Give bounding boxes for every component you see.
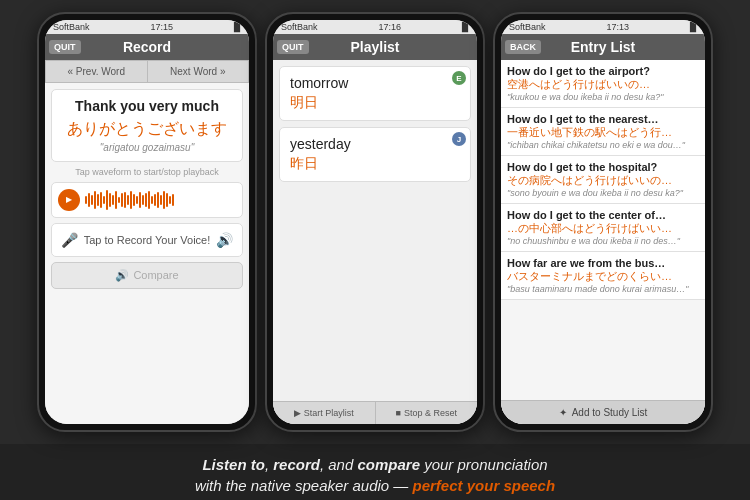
speaker-compare-icon: 🔊: [115, 269, 129, 282]
entry-english-3: How do I get to the center of…: [507, 209, 699, 221]
compare-button[interactable]: 🔊 Compare: [51, 262, 243, 289]
entry-japanese-3: …の中心部へはどう行けばいい…: [507, 221, 699, 236]
carrier-3: SoftBank: [509, 22, 546, 32]
entry-romaji-2: "sono byouin e wa dou ikeba ii no desu k…: [507, 188, 699, 198]
time-2: 17:16: [379, 22, 402, 32]
start-playlist-button[interactable]: ▶ Start Playlist: [273, 402, 376, 424]
entry-romaji-4: "basu taaminaru made dono kurai arimasu……: [507, 284, 699, 294]
perfect-speech-text: perfect your speech: [413, 477, 556, 494]
item-japanese-0: 明日: [290, 94, 460, 112]
bottom-line1: Listen to, record, and compare your pron…: [16, 454, 734, 475]
study-list-icon: ✦: [559, 407, 567, 418]
phone-playlist: SoftBank 17:16 ▉ QUIT Playlist tomorrow …: [265, 12, 485, 432]
start-playlist-label: Start Playlist: [304, 408, 354, 418]
badge-0: E: [452, 71, 466, 85]
badge-1: J: [452, 132, 466, 146]
record-text: record: [273, 456, 320, 473]
next-word-button[interactable]: Next Word »: [147, 60, 250, 83]
item-japanese-1: 昨日: [290, 155, 460, 173]
prev-word-button[interactable]: « Prev. Word: [45, 60, 147, 83]
quit-button-1[interactable]: QUIT: [49, 40, 81, 54]
bottom-line2: with the native speaker audio — perfect …: [16, 475, 734, 496]
entry-english-2: How do I get to the hospital?: [507, 161, 699, 173]
waveform: [85, 189, 236, 211]
battery-3: ▉: [690, 22, 697, 32]
entry-japanese-1: 一番近い地下鉄の駅へはどう行…: [507, 125, 699, 140]
item-english-1: yesterday: [290, 136, 460, 152]
battery-1: ▉: [234, 22, 241, 32]
phone-record: SoftBank 17:15 ▉ QUIT Record « Prev. Wor…: [37, 12, 257, 432]
entry-english-0: How do I get to the airport?: [507, 65, 699, 77]
phrase-japanese: ありがとうございます: [60, 119, 234, 140]
add-to-study-label: Add to Study List: [572, 407, 648, 418]
playlist-items: tomorrow E 明日 yesterday J 昨日: [273, 60, 477, 401]
item-english-0: tomorrow: [290, 75, 460, 91]
quit-button-2[interactable]: QUIT: [277, 40, 309, 54]
stop-reset-label: Stop & Reset: [404, 408, 457, 418]
speaker-icon: 🔊: [216, 232, 233, 248]
nav-row-record: « Prev. Word Next Word »: [45, 60, 249, 83]
compare-text: compare: [357, 456, 420, 473]
title-playlist: Playlist: [350, 39, 399, 55]
back-button[interactable]: BACK: [505, 40, 541, 54]
battery-2: ▉: [462, 22, 469, 32]
table-row[interactable]: How do I get to the hospital? その病院へはどう行け…: [501, 156, 705, 204]
entry-japanese-4: バスターミナルまでどのくらい…: [507, 269, 699, 284]
entry-japanese-0: 空港へはどう行けばいいの…: [507, 77, 699, 92]
time-3: 17:13: [607, 22, 630, 32]
titlebar-playlist: QUIT Playlist: [273, 34, 477, 60]
entry-romaji-1: "ichiban chikai chikatetsu no eki e wa d…: [507, 140, 699, 150]
entry-romaji-0: "kuukou e wa dou ikeba ii no desu ka?": [507, 92, 699, 102]
bottom-text-section: Listen to, record, and compare your pron…: [0, 444, 750, 500]
tap-hint: Tap waveform to start/stop playback: [51, 167, 243, 177]
record-voice-button[interactable]: 🎤 Tap to Record Your Voice! 🔊: [51, 223, 243, 257]
phones-area: SoftBank 17:15 ▉ QUIT Record « Prev. Wor…: [0, 0, 750, 444]
add-to-study-button[interactable]: ✦ Add to Study List: [501, 400, 705, 424]
waveform-area[interactable]: [51, 182, 243, 218]
listen-text: Listen to: [202, 456, 265, 473]
stop-icon: ■: [396, 408, 401, 418]
title-entrylist: Entry List: [571, 39, 636, 55]
play-button[interactable]: [58, 189, 80, 211]
entry-romaji-3: "no chuushinbu e wa dou ikeba ii no des……: [507, 236, 699, 246]
phrase-box: Thank you very much ありがとうございます "arigatou…: [51, 89, 243, 162]
table-row[interactable]: How do I get to the nearest… 一番近い地下鉄の駅へは…: [501, 108, 705, 156]
list-item[interactable]: tomorrow E 明日: [279, 66, 471, 121]
phone-entrylist: SoftBank 17:13 ▉ BACK Entry List How do …: [493, 12, 713, 432]
entry-english-1: How do I get to the nearest…: [507, 113, 699, 125]
playlist-content: tomorrow E 明日 yesterday J 昨日 ▶ Start Pla…: [273, 60, 477, 424]
screen-playlist: SoftBank 17:16 ▉ QUIT Playlist tomorrow …: [273, 20, 477, 424]
status-bar-1: SoftBank 17:15 ▉: [45, 20, 249, 34]
carrier-2: SoftBank: [281, 22, 318, 32]
screen-entrylist: SoftBank 17:13 ▉ BACK Entry List How do …: [501, 20, 705, 424]
titlebar-entrylist: BACK Entry List: [501, 34, 705, 60]
list-item[interactable]: yesterday J 昨日: [279, 127, 471, 182]
entry-japanese-2: その病院へはどう行けばいいの…: [507, 173, 699, 188]
play-icon: ▶: [294, 408, 301, 418]
status-bar-3: SoftBank 17:13 ▉: [501, 20, 705, 34]
stop-reset-button[interactable]: ■ Stop & Reset: [376, 402, 478, 424]
phrase-english: Thank you very much: [60, 98, 234, 115]
titlebar-record: QUIT Record: [45, 34, 249, 60]
table-row[interactable]: How do I get to the airport? 空港へはどう行けばいい…: [501, 60, 705, 108]
status-bar-2: SoftBank 17:16 ▉: [273, 20, 477, 34]
record-content: Thank you very much ありがとうございます "arigatou…: [45, 83, 249, 424]
playlist-bottom-bar: ▶ Start Playlist ■ Stop & Reset: [273, 401, 477, 424]
title-record: Record: [123, 39, 171, 55]
phrase-romaji: "arigatou gozaimasu": [60, 142, 234, 153]
record-voice-label: Tap to Record Your Voice!: [84, 234, 211, 246]
table-row[interactable]: How far are we from the bus… バスターミナルまでどの…: [501, 252, 705, 300]
compare-label: Compare: [133, 269, 178, 281]
entry-english-4: How far are we from the bus…: [507, 257, 699, 269]
carrier-1: SoftBank: [53, 22, 90, 32]
entry-list: How do I get to the airport? 空港へはどう行けばいい…: [501, 60, 705, 400]
time-1: 17:15: [151, 22, 174, 32]
table-row[interactable]: How do I get to the center of… …の中心部へはどう…: [501, 204, 705, 252]
entrylist-content: How do I get to the airport? 空港へはどう行けばいい…: [501, 60, 705, 424]
screen-record: SoftBank 17:15 ▉ QUIT Record « Prev. Wor…: [45, 20, 249, 424]
mic-icon: 🎤: [61, 232, 78, 248]
